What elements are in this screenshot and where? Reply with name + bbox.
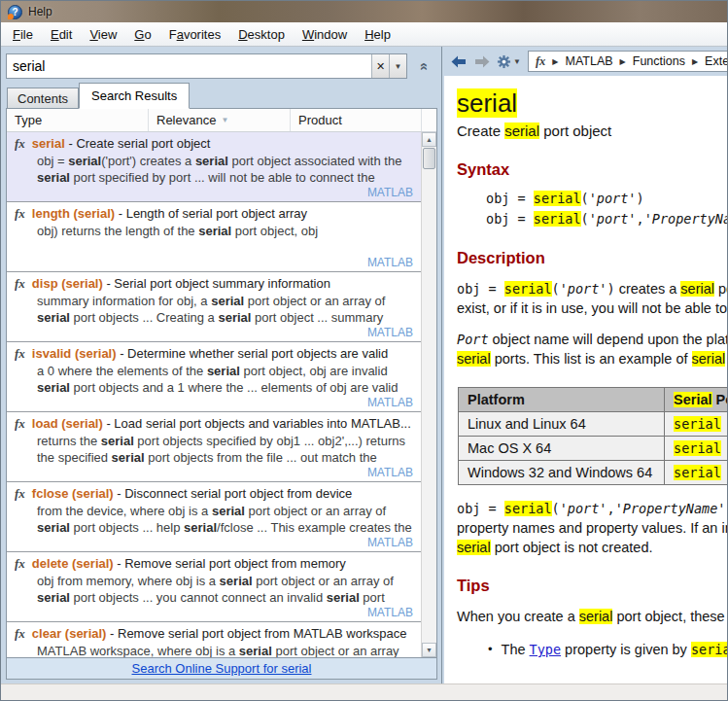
result-snippet-line: serial port objects ... help serial/fclo… <box>15 519 415 536</box>
result-title-text: - Remove serial port object from MATLAB … <box>106 626 406 641</box>
text-segment: serial <box>504 501 552 516</box>
results-list: fxserial - Create serial port objectobj … <box>7 132 421 657</box>
result-snippet-line: a 0 where the elements of the serial por… <box>15 363 415 379</box>
text-segment: serial <box>674 440 721 456</box>
breadcrumb-fx-icon: fx <box>536 54 545 69</box>
menu-item-favorites[interactable]: Favorites <box>160 24 229 45</box>
text-segment: ) <box>636 191 643 206</box>
table-row: Windows 32 and Windows 64serial <box>459 461 728 485</box>
breadcrumb-item[interactable]: MATLAB <box>566 54 613 68</box>
search-result-row[interactable]: fxfclose (serial) - Disconnect serial po… <box>7 482 421 552</box>
text-segment: serial <box>184 520 217 535</box>
search-clear-icon[interactable]: ✕ <box>371 54 389 78</box>
search-online-support-link[interactable]: Search Online Support for serial <box>132 661 312 676</box>
function-fx-icon: fx <box>15 556 25 571</box>
navigator-tabs: Contents Search Results <box>6 83 437 109</box>
text-segment: constructors <box>725 351 727 367</box>
doc-property-link[interactable]: Type <box>530 642 562 657</box>
search-result-row[interactable]: fxclear (serial) - Remove serial port ob… <box>7 622 421 657</box>
scrollbar-track[interactable] <box>422 170 436 643</box>
result-snippet-line: obj from memory, where obj is a serial p… <box>15 573 415 589</box>
menu-item-view[interactable]: View <box>81 24 125 45</box>
result-product-label: MATLAB <box>15 536 415 549</box>
search-result-row[interactable]: fxload (serial) - Load serial port objec… <box>7 412 421 482</box>
actions-menu-button[interactable]: ▼ <box>497 54 521 69</box>
back-button[interactable] <box>448 53 468 69</box>
search-row: ✕ ▼ « <box>6 53 437 80</box>
search-result-row[interactable]: fxisvalid (serial) - Determine whether s… <box>7 342 421 412</box>
menu-item-help[interactable]: Help <box>356 24 399 45</box>
menu-item-desktop[interactable]: Desktop <box>229 24 294 45</box>
forward-button[interactable] <box>472 53 492 69</box>
menu-item-go[interactable]: Go <box>125 24 159 45</box>
text-segment: serial <box>327 590 360 605</box>
bullet-text: The Type property is given by serial <box>502 640 727 659</box>
scrollbar-thumb[interactable] <box>423 148 435 169</box>
search-history-dropdown-icon[interactable]: ▼ <box>389 54 406 78</box>
text-segment: 'PropertyName' <box>644 211 727 227</box>
doc-content: serialCreate serial port objectSyntaxobj… <box>444 76 727 683</box>
table-header-cell: Platform <box>459 388 665 412</box>
result-snippet-line: summary information for obj, a serial po… <box>15 293 415 309</box>
text-segment: serial <box>457 540 491 555</box>
text-segment: port <box>360 590 385 605</box>
menu-item-file[interactable]: File <box>4 24 42 45</box>
text-segment: serial <box>37 380 70 395</box>
table-header-cell: Serial Port <box>665 388 728 412</box>
scrollbar-up-button[interactable]: ▲ <box>422 132 436 147</box>
tab-contents[interactable]: Contents <box>7 88 79 109</box>
text-segment: serial <box>674 416 721 432</box>
text-segment: serial <box>37 590 70 605</box>
search-input[interactable] <box>7 54 371 78</box>
menu-item-window[interactable]: Window <box>294 24 356 45</box>
breadcrumb-item[interactable]: Extern <box>705 54 727 68</box>
search-result-row[interactable]: fxdisp (serial) - Serial port object sum… <box>7 272 421 342</box>
search-result-row[interactable]: fxdelete (serial) - Remove serial port o… <box>7 552 421 622</box>
result-function-name: isvalid (serial) <box>32 346 117 361</box>
result-product-label: MATLAB <box>15 326 415 339</box>
result-function-name: clear (serial) <box>32 626 107 641</box>
result-snippet-line: serial port specified by port ... will n… <box>15 169 415 186</box>
result-snippet-line: MATLAB workspace, where obj is a serial … <box>15 643 415 657</box>
text-segment: serial <box>211 294 244 308</box>
tab-search-results[interactable]: Search Results <box>79 83 190 109</box>
help-app-icon: ? <box>8 5 22 19</box>
scrollbar-down-button[interactable]: ▼ <box>422 643 436 657</box>
doc-section-heading: Description <box>457 249 727 267</box>
text-segment: obj = <box>457 281 504 297</box>
search-result-row[interactable]: fxlength (serial) - Length of serial por… <box>7 202 421 272</box>
text-segment: serial <box>504 281 552 297</box>
result-function-name: disp (serial) <box>32 276 103 291</box>
text-segment: Serial <box>674 392 712 407</box>
text-segment: port object or an array of <box>253 574 394 588</box>
result-function-name: fclose (serial) <box>32 486 114 501</box>
column-header-type[interactable]: Type <box>7 109 149 131</box>
window-title: Help <box>28 5 52 18</box>
collapse-panel-button[interactable]: « <box>412 53 437 79</box>
table-cell: Windows 32 and Windows 64 <box>459 461 665 485</box>
column-header-product[interactable]: Product <box>291 109 421 131</box>
doc-paragraph: obj = serial('port') creates a serial po… <box>457 279 727 318</box>
text-segment: port specified by port ... will not be a… <box>70 170 375 185</box>
panel-splitter[interactable] <box>439 47 444 683</box>
function-fx-icon: fx <box>15 486 25 501</box>
header-scrollbar-spacer <box>421 109 436 131</box>
search-results-panel: Type Relevance ▼ Product fxserial - Crea… <box>6 108 437 658</box>
breadcrumb-separator-icon: ▶ <box>692 57 698 66</box>
doc-text-line: exist, or if it is in use, you will not … <box>457 298 727 318</box>
search-result-row[interactable]: fxserial - Create serial port objectobj … <box>7 132 421 202</box>
text-segment: serial <box>691 642 727 657</box>
text-segment: Create <box>457 123 504 139</box>
results-scrollbar[interactable]: ▲ ▼ <box>421 132 436 657</box>
text-segment: obj = <box>486 191 534 206</box>
text-segment: port object <box>539 123 611 139</box>
text-segment: port object or an array <box>272 644 399 657</box>
text-segment: ('port') creates a <box>101 154 195 168</box>
menu-item-edit[interactable]: Edit <box>42 24 81 45</box>
back-arrow-icon <box>450 55 467 68</box>
doc-code-block: obj = serial('port')obj = serial('port',… <box>486 189 727 229</box>
column-header-relevance[interactable]: Relevance ▼ <box>149 109 291 131</box>
table-cell: serial <box>665 461 728 485</box>
results-column-header: Type Relevance ▼ Product <box>7 109 436 132</box>
breadcrumb-item[interactable]: Functions <box>633 54 685 68</box>
